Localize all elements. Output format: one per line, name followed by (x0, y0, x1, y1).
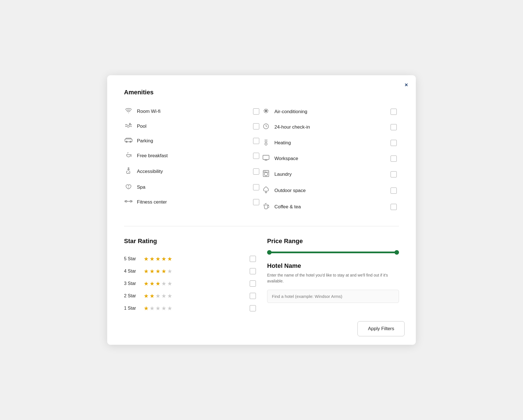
svg-line-25 (265, 141, 265, 142)
star-5-label: 5 Star (124, 256, 140, 261)
svg-point-1 (129, 123, 130, 124)
svg-point-31 (264, 172, 268, 176)
close-button[interactable]: × (405, 82, 408, 88)
slider-left-handle[interactable] (267, 250, 272, 255)
star-icon: ★ (155, 280, 160, 287)
spa-checkbox[interactable] (253, 184, 259, 190)
fitness-icon (124, 199, 133, 205)
star-icon: ★ (161, 305, 166, 312)
breakfast-icon (124, 152, 133, 159)
star-1-stars: ★ ★ ★ ★ ★ (144, 305, 246, 312)
ac-label: Air-conditioning (274, 109, 387, 115)
star-icon: ★ (167, 255, 172, 262)
star-icon: ★ (150, 268, 155, 275)
star-1-checkbox[interactable] (250, 305, 256, 311)
parking-label: Parking (137, 138, 249, 144)
hotel-name-input[interactable] (267, 290, 399, 303)
star-icon: ★ (155, 293, 160, 299)
fitness-checkbox[interactable] (253, 199, 259, 205)
breakfast-checkbox[interactable] (253, 153, 259, 159)
pool-checkbox[interactable] (253, 123, 259, 129)
pool-label: Pool (137, 124, 249, 129)
star-icon: ★ (144, 268, 149, 275)
star-row-5: 5 Star ★ ★ ★ ★ ★ (124, 253, 256, 265)
star-icon: ★ (155, 268, 160, 275)
heating-icon (262, 139, 270, 147)
svg-rect-11 (125, 201, 126, 202)
amenity-heating: Heating (262, 135, 399, 151)
price-range-section: Price Range Hotel Name Enter the name of… (267, 238, 399, 314)
star-icon: ★ (167, 280, 172, 287)
star-row-2: 2 Star ★ ★ ★ ★ ★ (124, 290, 256, 302)
ac-icon (262, 108, 270, 115)
wifi-checkbox[interactable] (253, 108, 259, 115)
outdoor-checkbox[interactable] (391, 188, 397, 194)
star-4-stars: ★ ★ ★ ★ ★ (144, 268, 246, 275)
coffee-label: Coffee & tea (274, 204, 387, 210)
svg-point-33 (264, 171, 265, 172)
outdoor-icon (262, 186, 270, 195)
svg-line-24 (267, 140, 267, 140)
workspace-checkbox[interactable] (391, 156, 397, 162)
amenities-grid: Room Wi-fi Pool (124, 104, 399, 215)
checkin-checkbox[interactable] (391, 124, 397, 130)
star-icon: ★ (150, 293, 155, 299)
star-icon: ★ (167, 268, 172, 275)
svg-point-0 (128, 113, 129, 113)
star-2-checkbox[interactable] (250, 293, 256, 299)
price-range-slider[interactable] (267, 252, 399, 253)
outdoor-label: Outdoor space (274, 188, 387, 193)
star-icon: ★ (144, 255, 149, 262)
laundry-checkbox[interactable] (391, 171, 397, 177)
hotel-name-desc: Enter the name of the hotel you'd like t… (267, 272, 399, 284)
svg-line-23 (265, 140, 265, 140)
amenity-laundry: Laundry (262, 166, 399, 182)
heating-checkbox[interactable] (391, 140, 397, 146)
star-2-label: 2 Star (124, 293, 140, 298)
amenity-accessibility: Accessibility (124, 163, 262, 179)
star-icon: ★ (161, 293, 166, 299)
amenity-pool: Pool (124, 119, 262, 134)
breakfast-label: Free breakfast (137, 153, 249, 159)
fitness-label: Fitness center (137, 199, 249, 205)
star-row-3: 3 Star ★ ★ ★ ★ ★ (124, 277, 256, 290)
svg-line-26 (267, 141, 267, 142)
amenity-fitness: Fitness center (124, 195, 262, 209)
svg-point-22 (265, 143, 267, 145)
star-5-stars: ★ ★ ★ ★ ★ (144, 255, 246, 262)
ac-checkbox[interactable] (391, 109, 397, 115)
star-icon: ★ (144, 293, 149, 299)
star-1-label: 1 Star (124, 306, 140, 311)
accessibility-checkbox[interactable] (253, 168, 259, 175)
star-rating-title: Star Rating (124, 238, 256, 245)
amenity-breakfast: Free breakfast (124, 148, 262, 163)
star-4-checkbox[interactable] (250, 268, 256, 274)
amenity-spa: Spa (124, 179, 262, 195)
star-icon: ★ (150, 255, 155, 262)
coffee-icon (262, 203, 270, 211)
slider-right-handle[interactable] (394, 250, 399, 255)
amenity-parking: Parking (124, 134, 262, 148)
star-icon: ★ (155, 255, 160, 262)
amenities-title: Amenities (124, 89, 399, 96)
star-icon: ★ (167, 305, 172, 312)
star-3-checkbox[interactable] (250, 280, 256, 287)
star-row-4: 4 Star ★ ★ ★ ★ ★ (124, 265, 256, 277)
laundry-label: Laundry (274, 172, 387, 177)
amenity-coffee: Coffee & tea (262, 199, 399, 215)
hotel-name-title: Hotel Name (267, 262, 399, 270)
svg-rect-12 (131, 201, 132, 202)
amenities-right-col: Air-conditioning 24-hour check-in (262, 104, 399, 215)
star-icon: ★ (161, 255, 166, 262)
star-4-label: 4 Star (124, 269, 140, 274)
amenity-checkin: 24-hour check-in (262, 119, 399, 135)
spa-label: Spa (137, 184, 249, 190)
coffee-checkbox[interactable] (391, 204, 397, 210)
amenity-ac: Air-conditioning (262, 104, 399, 119)
parking-checkbox[interactable] (253, 138, 259, 144)
star-5-checkbox[interactable] (250, 256, 256, 262)
star-icon: ★ (161, 280, 166, 287)
apply-filters-button[interactable]: Apply Filters (357, 321, 405, 336)
star-icon: ★ (167, 293, 172, 299)
checkin-label: 24-hour check-in (274, 124, 387, 130)
